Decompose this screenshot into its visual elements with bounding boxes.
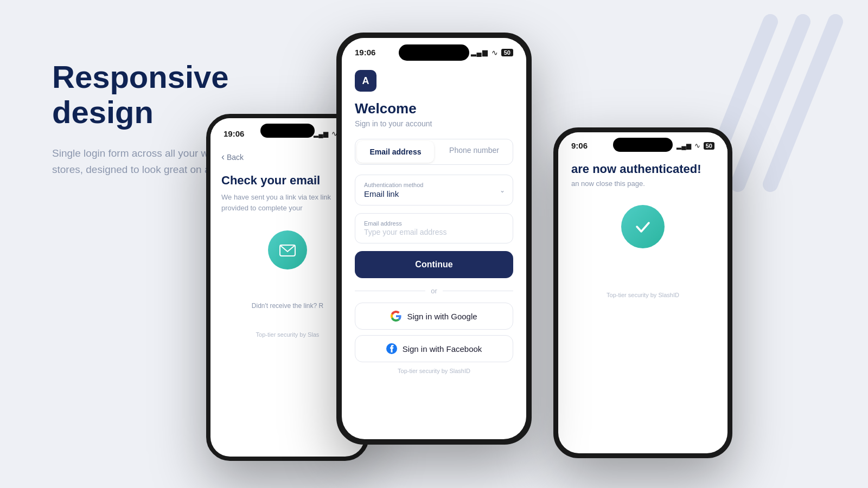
wifi-icon-right: ∿ [694,142,700,150]
status-bar-right: 9:06 ▂▄▆ ∿ 50 [558,132,727,153]
welcome-subtitle: Sign in to your account [355,119,513,128]
facebook-icon [386,343,397,354]
envelope-icon [279,241,296,259]
signal-icon-main: ▂▄▆ [471,48,488,56]
app-logo: A [355,70,376,92]
resend-text: Didn't receive the link? R [221,302,354,310]
continue-button[interactable]: Continue [355,251,513,278]
auth-tabs: Email address Phone number [355,139,513,165]
email-placeholder: Type your email address [364,228,504,236]
auth-method-value: Email link [364,189,504,198]
divider: or [355,287,513,295]
chevron-down-icon: ⌄ [500,187,505,194]
google-button-label: Sign in with Google [407,312,477,321]
tab-email[interactable]: Email address [357,141,434,163]
divider-text: or [431,287,437,295]
back-label: Back [227,153,244,162]
divider-line-left [355,291,425,291]
signal-icon-right: ▂▄▆ [676,142,691,150]
battery-icon-right: 50 [704,142,714,150]
check-email-title: Check your email [221,174,354,188]
divider-line-right [443,291,513,291]
phone-main: 19:06 ▂▄▆ ∿ 50 A Welcome Sign in to your… [336,33,532,445]
auth-method-dropdown[interactable]: Authentication method Email link ⌄ [355,175,513,206]
wifi-icon-main: ∿ [492,48,498,57]
auth-success-container: are now authenticated! an now close this… [558,153,727,307]
security-text-left: Top-tier security by Slas [221,331,354,338]
status-icons-right: ▂▄▆ ∿ 50 [676,142,714,150]
battery-icon-main: 50 [501,49,513,56]
svg-line-1 [738,22,803,184]
tab-phone[interactable]: Phone number [436,139,513,164]
status-icons-main: ▂▄▆ ∿ 50 [471,48,513,57]
auth-method-label: Authentication method [364,182,504,188]
back-button[interactable]: ‹ Back [221,151,354,163]
success-icon-circle [621,205,665,248]
google-signin-button[interactable]: Sign in with Google [355,303,513,330]
logo-letter: A [362,75,369,87]
check-email-subtitle: We have sent you a link via tex link pro… [221,192,354,213]
facebook-button-label: Sign in with Facebook [403,344,482,354]
google-icon [391,311,401,322]
email-field-label: Email address [364,220,504,227]
status-time-left: 19:06 [224,129,244,138]
back-arrow-icon: ‹ [221,151,225,163]
security-text-main: Top-tier security by SlashID [355,368,513,374]
auth-success-title: are now authenticated! [571,162,714,176]
status-bar-main: 19:06 ▂▄▆ ∿ 50 [342,38,526,61]
status-time-main: 19:06 [355,48,375,57]
email-input-field[interactable]: Email address Type your email address [355,213,513,243]
status-time-right: 9:06 [571,141,588,150]
main-form: A Welcome Sign in to your account Email … [342,61,526,387]
email-icon-circle [268,230,307,269]
auth-success-subtitle: an now close this page. [571,179,714,188]
welcome-title: Welcome [355,100,513,117]
signal-icon: ▂▄▆ [314,130,328,138]
svg-line-2 [770,22,835,184]
security-text-right: Top-tier security by SlashID [571,292,714,298]
checkmark-icon [633,216,653,237]
facebook-signin-button[interactable]: Sign in with Facebook [355,335,513,362]
phone-right: 9:06 ▂▄▆ ∿ 50 are now authenticated! an … [553,127,732,458]
